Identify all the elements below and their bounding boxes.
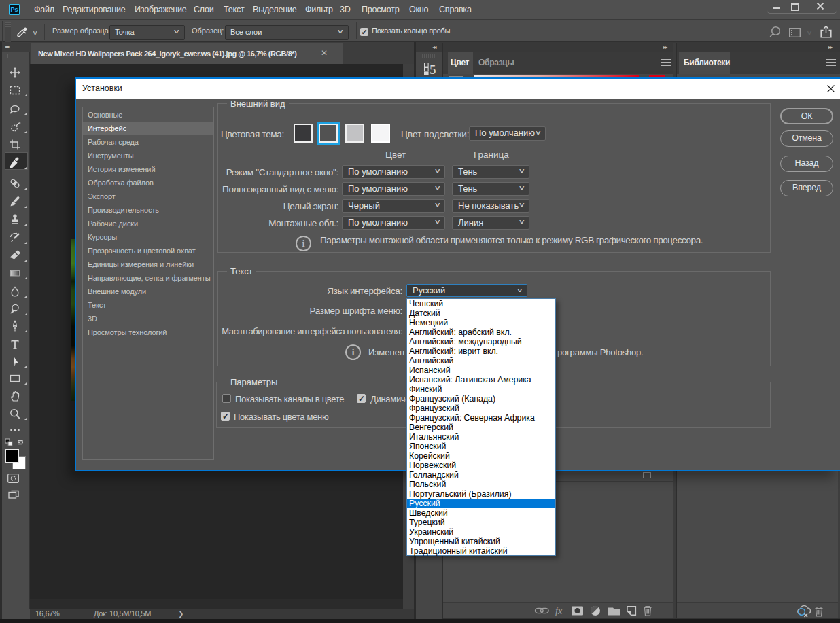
svg-text:fx: fx — [555, 606, 563, 616]
svg-text:5: 5 — [430, 63, 436, 75]
